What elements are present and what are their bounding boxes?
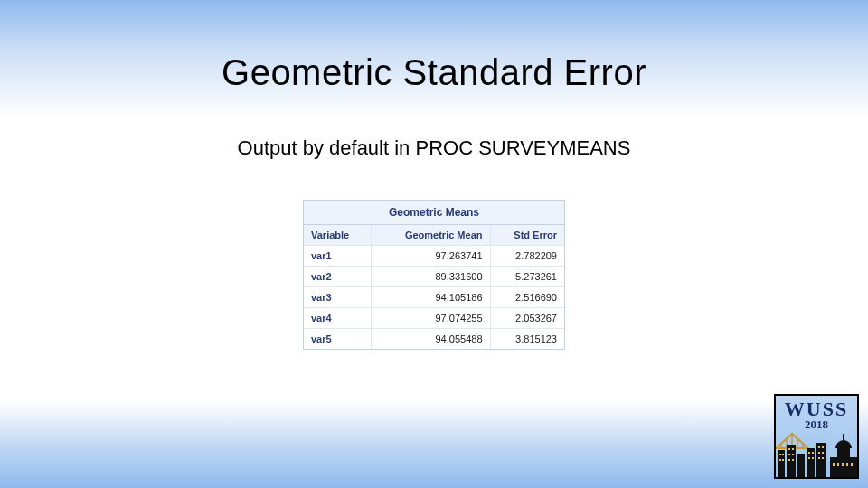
cell-stderr: 3.815123 [490,329,564,350]
footer-gradient [0,401,868,488]
svg-rect-11 [830,457,857,477]
svg-rect-24 [808,452,810,454]
svg-rect-26 [808,457,810,459]
cell-mean: 89.331600 [372,267,490,287]
svg-rect-31 [822,452,824,454]
svg-rect-22 [788,459,790,461]
svg-rect-8 [797,454,805,477]
col-header-stderr: Std Error [490,225,564,246]
svg-rect-36 [842,463,844,466]
table-row: var5 94.055488 3.815123 [304,329,564,350]
slide-title: Geometric Standard Error [0,0,868,93]
output-table: Geometric Means Variable Geometric Mean … [303,200,565,350]
col-header-variable: Variable [304,225,372,246]
cell-mean: 97.263741 [372,246,490,267]
col-header-mean: Geometric Mean [372,225,490,246]
table-row: var3 94.105186 2.516690 [304,287,564,308]
svg-rect-10 [816,443,826,477]
logo-skyline-icon [776,423,859,477]
cell-mean: 94.055488 [372,329,490,350]
svg-rect-15 [782,454,784,455]
svg-rect-19 [792,448,794,450]
table-row: var2 89.331600 5.273261 [304,267,564,287]
table-row: var4 97.074255 2.053267 [304,308,564,329]
table-caption: Geometric Means [304,201,564,225]
svg-rect-30 [818,452,820,454]
cell-stderr: 2.516690 [490,287,564,308]
svg-rect-25 [812,452,814,454]
svg-rect-7 [787,445,796,477]
svg-rect-12 [837,448,850,459]
geometric-means-table: Variable Geometric Mean Std Error var1 9… [304,225,564,349]
svg-rect-27 [812,457,814,459]
cell-mean: 94.105186 [372,287,490,308]
cell-variable: var5 [304,329,372,350]
svg-rect-28 [818,446,820,448]
svg-rect-37 [846,463,848,466]
svg-rect-16 [779,459,781,461]
cell-variable: var3 [304,287,372,308]
svg-rect-33 [822,457,824,459]
svg-rect-34 [833,463,835,466]
cell-variable: var4 [304,308,372,329]
table-row: var1 97.263741 2.782209 [304,246,564,267]
cell-variable: var2 [304,267,372,287]
svg-rect-17 [782,459,784,461]
slide-subtitle: Output by default in PROC SURVEYMEANS [0,136,868,160]
svg-rect-32 [818,457,820,459]
cell-mean: 97.074255 [372,308,490,329]
cell-variable: var1 [304,246,372,267]
svg-rect-35 [837,463,839,466]
svg-rect-23 [792,459,794,461]
wuss-logo: WUSS 2018 [774,394,859,479]
cell-stderr: 5.273261 [490,267,564,287]
svg-rect-14 [779,454,781,455]
svg-rect-38 [851,463,853,466]
svg-rect-13 [843,434,844,441]
svg-rect-18 [788,448,790,450]
cell-stderr: 2.782209 [490,246,564,267]
cell-stderr: 2.053267 [490,308,564,329]
svg-rect-29 [822,446,824,448]
svg-rect-20 [788,454,790,455]
svg-rect-21 [792,454,794,455]
